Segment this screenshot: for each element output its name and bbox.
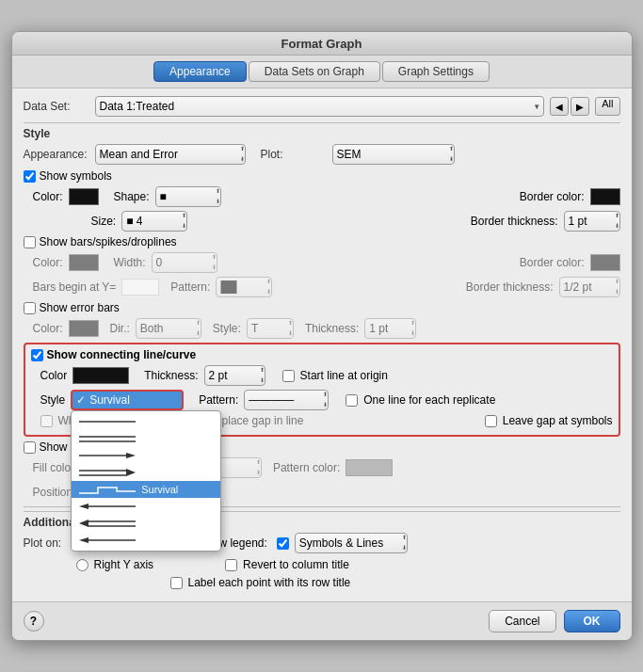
error-thickness-select[interactable]: 1 pt <box>364 318 416 339</box>
tab-appearance[interactable]: Appearance <box>153 61 247 82</box>
plot-select[interactable]: SEM <box>332 144 455 165</box>
one-line-label: One line for each replicate <box>363 393 495 407</box>
appearance-select-wrapper: Mean and Error <box>95 144 246 165</box>
dataset-row: Data Set: Data 1:Treated ◀ ▶ All <box>24 96 620 117</box>
style-value: Survival <box>89 393 130 407</box>
style-item-6[interactable] <box>72 515 220 532</box>
plot-label: Plot: <box>261 148 327 161</box>
style-section-label: Style <box>24 122 620 140</box>
error-dir-wrapper: Both <box>136 318 201 339</box>
bars-color-swatch[interactable] <box>69 254 99 271</box>
bars-begin-input[interactable] <box>121 279 159 296</box>
dataset-select[interactable]: Data 1:Treated <box>95 96 545 117</box>
size-select[interactable]: ■ 4 <box>121 211 187 232</box>
style-dropdown-btn[interactable]: ✓ Survival <box>71 390 184 410</box>
bars-pattern-select[interactable]: ██ <box>216 277 272 297</box>
symbols-color-row: Color: Shape: ■ Border color: <box>24 186 620 207</box>
show-legend-checkbox[interactable] <box>277 537 289 550</box>
prev-dataset-btn[interactable]: ◀ <box>550 97 569 116</box>
show-connecting-section: Show connecting line/curve Color Thickne… <box>24 343 620 437</box>
leave-gap-checkbox[interactable] <box>485 415 497 427</box>
action-buttons: Cancel OK <box>489 610 619 632</box>
legend-type-select[interactable]: Symbols & Lines <box>295 533 408 553</box>
show-error-row: Show error bars <box>24 301 620 314</box>
bars-pattern-row: Bars begin at Y= Pattern: ██ Border thic… <box>24 277 620 297</box>
style-item-1[interactable] <box>72 413 220 430</box>
show-connecting-row: Show connecting line/curve <box>31 348 613 361</box>
border-color-swatch[interactable] <box>590 188 620 205</box>
error-bars-options: Color: Dir.: Both Style: T Thickness: 1 … <box>24 318 620 339</box>
connecting-style-label: Style <box>40 393 66 407</box>
size-select-wrapper: ■ 4 <box>121 211 187 232</box>
tab-datasets[interactable]: Data Sets on Graph <box>249 61 380 82</box>
revert-checkbox[interactable] <box>225 559 237 571</box>
ok-button[interactable]: OK <box>564 610 620 632</box>
error-style-wrapper: T <box>247 318 294 339</box>
dialog-title: Format Graph <box>281 37 362 51</box>
bars-border-swatch[interactable] <box>590 254 620 271</box>
show-bars-checkbox[interactable] <box>24 236 36 248</box>
border-color-label: Border color: <box>520 190 585 203</box>
error-color-swatch[interactable] <box>69 320 99 337</box>
revert-label: Revert to column title <box>243 558 349 571</box>
connecting-color-swatch[interactable] <box>72 367 129 384</box>
connecting-color-thickness: Color Thickness: 2 pt Start line at orig… <box>31 365 613 386</box>
appearance-select[interactable]: Mean and Error <box>95 144 246 165</box>
style-item-3[interactable] <box>72 447 220 464</box>
bars-color-row: Color: Width: 0 Border color: <box>24 252 620 273</box>
legend-type-wrapper: Symbols & Lines <box>295 533 408 553</box>
svg-marker-14 <box>79 537 88 543</box>
label-each-checkbox[interactable] <box>170 577 183 589</box>
show-symbols-label: Show symbols <box>40 169 112 183</box>
label-each-label: Label each point with its row title <box>188 576 351 589</box>
show-area-checkbox[interactable] <box>24 441 36 454</box>
show-error-checkbox[interactable] <box>24 302 36 314</box>
show-symbols-checkbox[interactable] <box>24 170 36 183</box>
style-item-7[interactable] <box>72 532 220 549</box>
bars-border-thickness-select[interactable]: 1/2 pt <box>559 277 620 297</box>
svg-marker-12 <box>79 520 88 527</box>
error-style-select[interactable]: T <box>247 318 294 339</box>
nav-arrows: ◀ ▶ <box>550 97 589 116</box>
show-bars-label: Show bars/spikes/droplines <box>40 235 177 248</box>
help-button[interactable]: ? <box>24 611 44 632</box>
position-label: Position <box>33 486 73 499</box>
right-y-radio[interactable] <box>76 559 88 571</box>
bars-width-select[interactable]: 0 <box>152 252 217 273</box>
show-symbols-row: Show symbols <box>24 169 620 183</box>
label-each-row: Label each point with its row title <box>24 576 620 589</box>
show-connecting-checkbox[interactable] <box>31 349 43 361</box>
style-dropdown-wrapper: ✓ Survival <box>71 390 184 410</box>
bars-pattern-label: Pattern: <box>170 280 210 294</box>
cancel-button[interactable]: Cancel <box>489 610 555 632</box>
format-graph-dialog: Format Graph Appearance Data Sets on Gra… <box>11 31 633 641</box>
error-dir-select[interactable]: Both <box>136 318 201 339</box>
style-item-5[interactable] <box>72 498 220 515</box>
connecting-thickness-select[interactable]: 2 pt <box>204 365 265 386</box>
one-line-checkbox[interactable] <box>346 394 358 407</box>
symbols-color-swatch[interactable] <box>69 188 99 205</box>
shape-label: Shape: <box>114 190 150 203</box>
show-bars-row: Show bars/spikes/droplines <box>24 235 620 248</box>
start-line-checkbox[interactable] <box>282 370 295 382</box>
discontinuous-checkbox[interactable] <box>40 415 53 427</box>
right-y-row: Right Y axis Revert to column title <box>24 558 620 571</box>
svg-marker-7 <box>126 469 136 476</box>
connecting-thickness-label: Thickness: <box>144 369 198 382</box>
bars-pattern-wrapper: ██ <box>216 277 272 297</box>
appearance-row: Appearance: Mean and Error Plot: SEM <box>24 144 620 165</box>
titlebar: Format Graph <box>12 32 632 56</box>
connecting-color-label: Color <box>40 369 68 382</box>
error-color-label: Color: <box>33 322 63 335</box>
all-button[interactable]: All <box>595 97 619 116</box>
border-thickness-select[interactable]: 1 pt <box>564 211 620 232</box>
next-dataset-btn[interactable]: ▶ <box>571 97 589 116</box>
style-item-4[interactable] <box>72 464 220 481</box>
style-item-2[interactable] <box>72 430 220 447</box>
tab-settings[interactable]: Graph Settings <box>382 61 490 82</box>
style-item-survival[interactable]: Survival <box>72 481 220 498</box>
pattern-color-swatch[interactable] <box>346 459 393 476</box>
connecting-pattern-select[interactable]: ———— <box>244 390 329 410</box>
error-dir-label: Dir.: <box>110 322 130 335</box>
shape-select[interactable]: ■ <box>155 186 221 207</box>
